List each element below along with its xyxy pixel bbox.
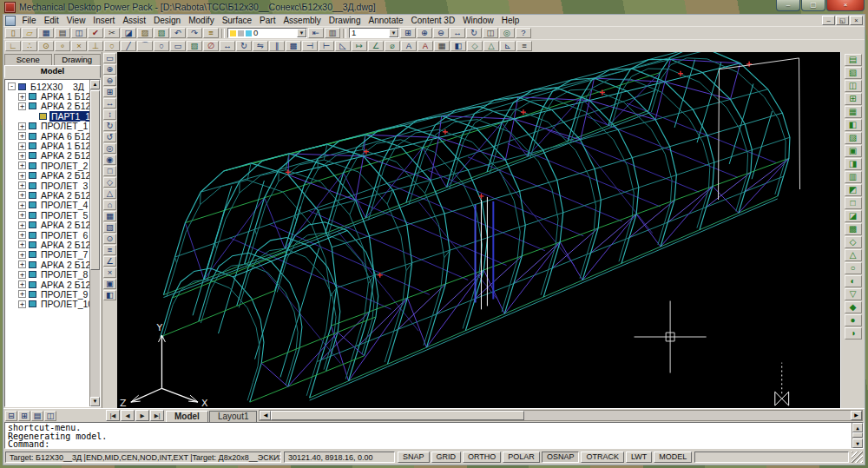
tree-item[interactable]: + АРКА 2 Б1230_8 <box>7 260 89 269</box>
layer-previous-icon[interactable]: ⇤ <box>308 28 324 38</box>
view-tool-icon[interactable]: △ <box>103 188 116 199</box>
tree-expand-toggle[interactable]: + <box>18 201 26 209</box>
status-toggle-button[interactable]: SNAP <box>398 452 430 463</box>
cut-icon[interactable]: ✂ <box>104 28 120 38</box>
tree-expand-toggle[interactable]: + <box>18 142 26 150</box>
tree-item[interactable]: ПАРТ1_1 <box>7 111 89 121</box>
status-toggle-button[interactable]: OTRACK <box>581 452 624 463</box>
status-toggle-button[interactable]: LWT <box>626 452 652 463</box>
scrollbar-thumb[interactable] <box>90 90 100 270</box>
arc-icon[interactable]: ⌒ <box>137 41 153 51</box>
extend-icon[interactable]: ⊢ <box>319 41 334 51</box>
help-icon[interactable]: ? <box>516 28 531 38</box>
status-toggle-button[interactable]: POLAR <box>503 452 540 463</box>
title-bar[interactable]: Mechanical Desktop Power Pack - [D:\Rabo… <box>0 0 868 14</box>
tree-expand-toggle[interactable]: + <box>18 211 26 219</box>
tree-expand-toggle[interactable]: + <box>18 251 26 259</box>
open-folder-icon[interactable]: ▱ <box>22 28 37 38</box>
menu-item[interactable]: Edit <box>40 15 62 26</box>
mdi-minimize-button[interactable]: – <box>822 16 835 25</box>
tree-item[interactable]: + ПРОЛЕТ_3 <box>7 181 89 190</box>
status-toggle-button[interactable]: ORTHO <box>463 452 501 463</box>
tab-nav-button[interactable]: ▶| <box>150 410 164 421</box>
document-tab[interactable]: Model <box>166 411 208 422</box>
menu-item[interactable]: File <box>18 15 40 26</box>
content-tool-icon[interactable]: ▦ <box>845 106 862 118</box>
view-tool-icon[interactable]: ◉ <box>103 155 116 165</box>
menu-item[interactable]: Annotate <box>365 15 407 26</box>
content-tool-icon[interactable]: ▣ <box>845 145 862 157</box>
zoom-out-icon[interactable]: ⊖ <box>433 28 449 38</box>
view-tool-icon[interactable]: ▣ <box>103 279 116 289</box>
view-tool-icon[interactable]: ↔ <box>103 98 116 109</box>
browser-options-icon[interactable]: ◫ <box>44 411 56 421</box>
content-tool-icon[interactable]: ○ <box>845 262 862 274</box>
browser-tab-model[interactable]: Model <box>4 65 101 78</box>
document-tab[interactable]: Layout1 <box>209 411 258 422</box>
tree-expand-toggle[interactable]: + <box>18 132 26 140</box>
spell-icon[interactable]: ✔ <box>88 28 103 38</box>
view-tool-icon[interactable]: ◎ <box>103 143 116 154</box>
view-tool-icon[interactable]: × <box>103 267 116 278</box>
tree-expand-toggle[interactable]: + <box>18 221 26 229</box>
tree-expand-toggle[interactable]: + <box>18 152 26 160</box>
close-button[interactable]: × <box>826 0 865 11</box>
tree-expand-toggle[interactable]: + <box>18 260 26 268</box>
status-toggle-button[interactable]: OSNAP <box>542 452 580 463</box>
chamfer-icon[interactable]: ◺ <box>335 41 351 51</box>
browser-filter-icon[interactable]: ▤ <box>31 411 43 421</box>
tree-item[interactable]: + ПРОЛЕТ_1 <box>7 122 89 131</box>
view-tool-icon[interactable]: ↕ <box>103 109 116 120</box>
content-tool-icon[interactable]: □ <box>845 197 862 209</box>
snap-center-icon[interactable]: ⊙ <box>38 41 54 51</box>
mtext-icon[interactable]: A <box>418 41 433 51</box>
tree-expand-toggle[interactable]: + <box>18 93 26 101</box>
trim-icon[interactable]: ⊣ <box>302 41 318 51</box>
tree-expand-toggle[interactable]: + <box>18 241 26 248</box>
tree-item[interactable]: + ПРОЛЕТ_6 <box>7 230 89 240</box>
status-toggle-button[interactable]: MODEL <box>654 452 692 463</box>
zoom-window-icon[interactable]: ⊞ <box>400 28 416 38</box>
content-tool-icon[interactable]: ◧ <box>845 119 862 131</box>
view-tool-icon[interactable]: ◇ <box>103 177 116 188</box>
undo-icon[interactable]: ↶ <box>170 28 186 38</box>
menu-item[interactable]: Insert <box>89 15 119 26</box>
chevron-down-icon[interactable]: ▼ <box>297 29 306 37</box>
tree-expand-toggle[interactable]: + <box>18 280 26 288</box>
line-icon[interactable]: ╱ <box>121 41 136 51</box>
content-tool-icon[interactable]: ◨ <box>845 158 862 170</box>
tree-item[interactable]: + АРКА 2 Б1230_6 <box>7 220 89 229</box>
tree-item[interactable]: + ПРОЛЕТ_4 <box>7 201 89 210</box>
tree-expand-toggle[interactable]: + <box>18 181 26 189</box>
browser-expand-icon[interactable]: ⊞ <box>18 411 30 421</box>
tree-expand-toggle[interactable]: + <box>18 231 26 239</box>
view-tool-icon[interactable]: ⊙ <box>103 234 116 244</box>
tab-nav-button[interactable]: ◀ <box>121 410 135 421</box>
resize-grip[interactable] <box>852 452 863 463</box>
tree-item[interactable]: + ПРОЛЕТ_10 <box>7 300 89 309</box>
scrollbar-thumb[interactable] <box>271 411 523 420</box>
browser-tab[interactable]: Scene <box>4 54 52 65</box>
print-icon[interactable]: ▤ <box>55 28 70 38</box>
paste-icon[interactable]: ▨ <box>137 28 153 38</box>
menu-item[interactable]: Drawing <box>325 15 365 26</box>
maximize-button[interactable]: ▢ <box>801 0 825 11</box>
scroll-up-icon[interactable]: ▲ <box>90 80 100 89</box>
menu-item[interactable]: Design <box>150 15 185 26</box>
mdi-restore-button[interactable]: ◱ <box>836 16 849 25</box>
snap-endpoint-icon[interactable]: ∟ <box>5 41 21 51</box>
view-tool-icon[interactable]: ⌂ <box>103 200 116 210</box>
menu-item[interactable]: Assembly <box>279 15 325 26</box>
hatch-icon[interactable]: ▨ <box>187 41 202 51</box>
content-tool-icon[interactable]: ▨ <box>845 132 862 144</box>
command-scrollbar[interactable]: ▲ ▼ <box>852 423 863 448</box>
snap-intersection-icon[interactable]: × <box>71 41 87 51</box>
menu-item[interactable]: Help <box>497 15 523 26</box>
scrollbar-track[interactable] <box>524 411 851 420</box>
offset-icon[interactable]: ∥ <box>269 41 285 51</box>
tree-item[interactable]: + ПРОЛЕТ_8 <box>7 269 89 279</box>
scrollbar-thumb[interactable] <box>852 432 863 438</box>
view-tool-icon[interactable]: ◧ <box>103 290 116 300</box>
browser-collapse-icon[interactable]: ⊟ <box>5 411 17 421</box>
tree-scrollbar[interactable]: ▲ ▼ <box>89 80 100 406</box>
